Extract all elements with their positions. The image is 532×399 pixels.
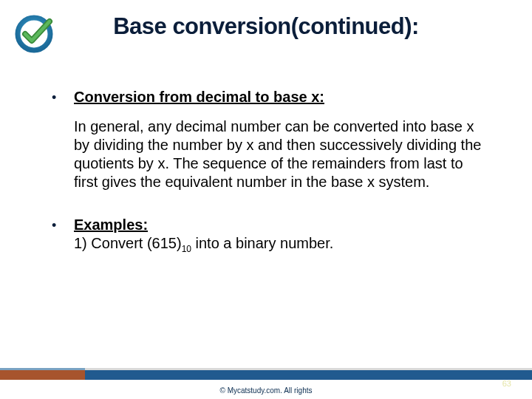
page-number: 63 xyxy=(502,379,511,388)
slide: Base conversion(continued): Conversion f… xyxy=(0,0,532,399)
bullet-heading: Conversion from decimal to base x: xyxy=(74,89,324,105)
bullet-heading: Examples: xyxy=(74,216,148,233)
example-subscript: 10 xyxy=(182,244,191,254)
example-line: 1) Convert (615)10 into a binary number. xyxy=(74,235,502,252)
copyright-text: © Mycatstudy.com. All rights xyxy=(0,386,532,395)
slide-title: Base conversion(continued): xyxy=(0,13,532,40)
slide-content: Conversion from decimal to base x: In ge… xyxy=(47,89,502,267)
footer-bar xyxy=(0,368,532,380)
bullet-item: Conversion from decimal to base x: In ge… xyxy=(47,89,502,191)
example-prefix: 1) Convert (615) xyxy=(74,235,182,251)
bullet-item: Examples: 1) Convert (615)10 into a bina… xyxy=(47,216,502,252)
bullet-body: In general, any decimal number can be co… xyxy=(74,117,488,191)
example-suffix: into a binary number. xyxy=(191,235,333,251)
